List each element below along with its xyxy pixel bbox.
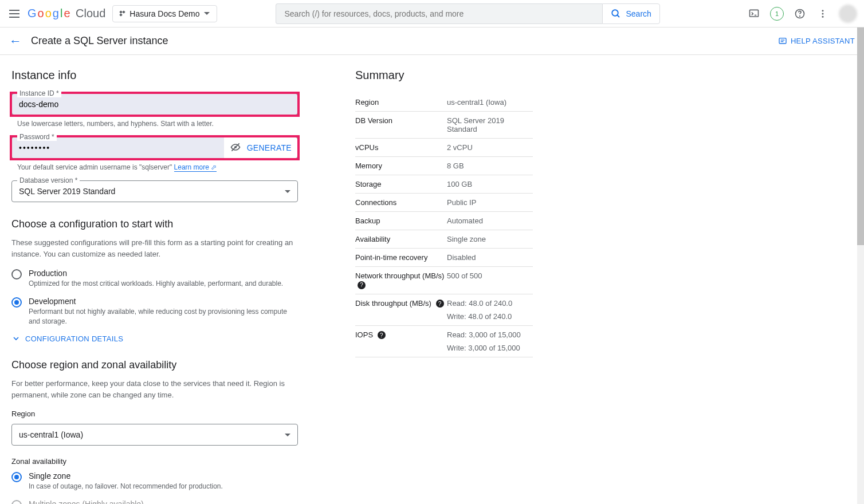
summary-row: AvailabilitySingle zone [355, 230, 533, 249]
summary-table: Regionus-central1 (Iowa)DB VersionSQL Se… [355, 93, 533, 357]
radio-icon [11, 269, 22, 279]
summary-row: Memory8 GB [355, 157, 533, 175]
summary-row: Point-in-time recoveryDisabled [355, 249, 533, 267]
instance-info-heading: Instance info [11, 69, 298, 82]
summary-row: Storage100 GB [355, 175, 533, 194]
summary-row: vCPUs2 vCPU [355, 139, 533, 157]
radio-label: Production [29, 269, 283, 278]
svg-rect-2 [750, 10, 759, 17]
radio-label: Multiple zones (Highly available) [29, 499, 144, 504]
db-version-field: Database version * SQL Server 2019 Stand… [11, 180, 298, 202]
search-input[interactable] [276, 3, 602, 24]
region-desc: For better performance, keep your data c… [11, 378, 298, 400]
chevron-down-icon [11, 334, 21, 343]
summary-row: DB VersionSQL Server 2019 Standard [355, 112, 533, 139]
chevron-down-icon [285, 190, 290, 193]
topbar: Google Cloud Hasura Docs Demo Search 1 [0, 0, 864, 27]
summary-row: Network throughput (MB/s) ? 500 of 500 [355, 267, 533, 294]
radio-sublabel: Optimized for the most critical workload… [29, 279, 283, 289]
svg-point-6 [822, 13, 824, 14]
scroll-thumb[interactable] [857, 27, 864, 245]
help-icon[interactable] [793, 7, 807, 21]
instance-id-field: Instance ID * [11, 93, 298, 115]
summary-row: IOPS ? Read: 3,000 of 15,000Write: 3,000… [355, 325, 533, 357]
help-circle-icon[interactable]: ? [378, 331, 386, 339]
page-header: ← Create a SQL Server instance HELP ASSI… [0, 27, 864, 55]
summary-heading: Summary [355, 69, 533, 82]
radio-label: Single zone [29, 471, 223, 481]
help-circle-icon[interactable]: ? [358, 281, 366, 289]
radio-single-zone[interactable]: Single zone In case of outage, no failov… [11, 471, 298, 491]
region-heading: Choose region and zonal availability [11, 359, 298, 371]
radio-sublabel: In case of outage, no failover. Not reco… [29, 482, 223, 491]
radio-development[interactable]: Development Performant but not highly av… [11, 297, 298, 326]
svg-rect-8 [779, 38, 786, 43]
password-helper: Your default service admin username is "… [17, 163, 298, 171]
config-desc: These suggested configurations will pre-… [11, 237, 298, 259]
chat-icon [778, 37, 787, 46]
password-label: Password * [17, 133, 57, 141]
help-circle-icon[interactable]: ? [436, 300, 444, 308]
page-title: Create a SQL Server instance [31, 35, 168, 47]
radio-production[interactable]: Production Optimized for the most critic… [11, 269, 298, 289]
region-label: Region [11, 410, 298, 418]
radio-icon [11, 500, 22, 504]
zonal-label: Zonal availability [11, 457, 298, 466]
help-assistant-button[interactable]: HELP ASSISTANT [778, 37, 855, 46]
svg-point-4 [800, 15, 800, 16]
radio-label: Development [29, 297, 298, 306]
instance-id-helper: Use lowercase letters, numbers, and hyph… [17, 120, 298, 128]
svg-point-0 [612, 10, 619, 16]
generate-button[interactable]: GENERATE [247, 143, 292, 152]
password-field: Password * GENERATE [11, 137, 298, 159]
back-arrow-icon[interactable]: ← [9, 34, 22, 49]
avatar[interactable] [839, 5, 857, 23]
hamburger-icon[interactable] [7, 7, 21, 21]
instance-id-label: Instance ID * [17, 89, 61, 97]
db-version-label: Database version * [17, 176, 80, 184]
configuration-details-toggle[interactable]: CONFIGURATION DETAILS [11, 334, 298, 343]
region-select[interactable]: us-central1 (Iowa) [11, 424, 298, 446]
summary-row: ConnectionsPublic IP [355, 194, 533, 212]
summary-row: Disk throughput (MB/s) ? Read: 48.0 of 2… [355, 294, 533, 325]
summary-row: BackupAutomated [355, 212, 533, 230]
radio-multiple-zones[interactable]: Multiple zones (Highly available) [11, 499, 298, 504]
radio-icon [11, 472, 22, 482]
cloud-shell-icon[interactable] [747, 7, 761, 21]
summary-row: Regionus-central1 (Iowa) [355, 93, 533, 112]
project-name: Hasura Docs Demo [129, 9, 199, 18]
svg-point-7 [822, 15, 824, 17]
radio-icon [11, 297, 22, 308]
search-icon [611, 9, 621, 19]
scrollbar[interactable] [857, 27, 864, 504]
svg-point-5 [822, 10, 824, 11]
learn-more-link[interactable]: Learn more ⬀ [174, 163, 217, 172]
notifications-badge[interactable]: 1 [770, 7, 784, 21]
project-picker[interactable]: Hasura Docs Demo [112, 5, 217, 22]
more-icon[interactable] [816, 7, 830, 21]
chevron-down-icon [204, 12, 210, 15]
search-button[interactable]: Search [602, 3, 659, 24]
config-heading: Choose a configuration to start with [11, 218, 298, 230]
project-icon [120, 11, 125, 16]
radio-sublabel: Performant but not highly available, whi… [29, 307, 298, 326]
visibility-off-icon[interactable] [230, 141, 241, 155]
svg-line-1 [618, 15, 620, 17]
google-cloud-logo[interactable]: Google Cloud [28, 7, 105, 20]
chevron-down-icon [285, 434, 290, 436]
